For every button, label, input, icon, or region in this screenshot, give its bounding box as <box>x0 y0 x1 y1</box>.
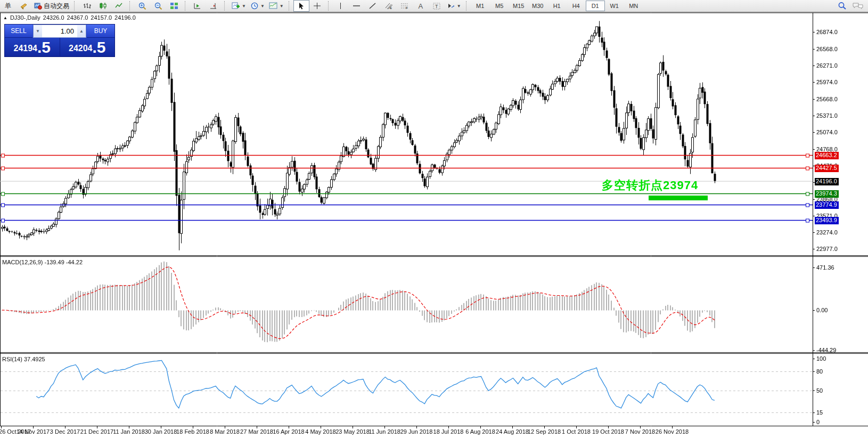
pivot-annotation-text[interactable]: 多空转折点23974 <box>602 177 698 193</box>
toolbar-separator <box>224 1 227 11</box>
text-label-icon: T <box>432 2 441 10</box>
new-order-label: 单 <box>5 2 11 11</box>
volume-decrease-button[interactable]: ▼ <box>34 25 42 37</box>
svg-text:T: T <box>435 4 438 9</box>
top-toolbar: 单 自动交易 ▼ ▼ ▼ E F A T ▼ M1M5M15M30H1H4D1W… <box>0 0 868 12</box>
chat-icon[interactable] <box>852 2 864 10</box>
trendline-icon <box>369 2 376 10</box>
timeframe-d1-button[interactable]: D1 <box>586 1 605 11</box>
timeframe-group: M1M5M15M30H1H4D1W1MN <box>471 1 643 11</box>
trendline-button[interactable] <box>365 0 381 12</box>
toolbar-right-group <box>838 0 864 12</box>
price-chart-canvas[interactable] <box>0 0 868 438</box>
buy-label: BUY <box>94 27 108 35</box>
timeframe-h4-button[interactable]: H4 <box>567 1 586 11</box>
timeframe-mn-button[interactable]: MN <box>624 1 643 11</box>
timeframe-w1-button[interactable]: W1 <box>605 1 624 11</box>
horizontal-line-button[interactable] <box>349 0 365 12</box>
pivot-highlight-bar[interactable] <box>649 196 708 200</box>
bar-chart-button[interactable] <box>79 0 95 12</box>
equidistant-channel-icon: E <box>384 2 393 10</box>
buy-price-button[interactable]: 24204 .5 <box>60 38 115 56</box>
zoom-in-icon <box>138 2 146 10</box>
sell-price-frac: .5 <box>37 39 51 55</box>
cursor-icon <box>298 2 305 10</box>
svg-text:E: E <box>390 6 392 10</box>
arrow-symbols-icon <box>447 2 455 10</box>
tile-windows-button[interactable] <box>166 0 182 12</box>
chart-autoscroll-button[interactable] <box>190 0 206 12</box>
toolbar-separator <box>466 1 469 11</box>
sell-label: SELL <box>11 27 26 35</box>
indicators-button[interactable]: ▼ <box>267 0 286 12</box>
equidistant-channel-button[interactable]: E <box>381 0 397 12</box>
horn-icon <box>20 2 28 10</box>
zoom-out-icon <box>154 2 162 10</box>
toolbar-separator <box>185 1 188 11</box>
arrows-button[interactable]: ▼ <box>445 0 463 12</box>
chart-shift-button[interactable] <box>206 0 222 12</box>
dropdown-arrow-icon: ▼ <box>457 4 461 9</box>
vertical-line-button[interactable] <box>333 0 349 12</box>
fibonacci-button[interactable]: F <box>397 0 413 12</box>
buy-price-main: 24204 <box>69 42 93 55</box>
new-chart-button[interactable]: ▼ <box>229 0 248 12</box>
volume-input[interactable]: 1.00 <box>42 27 77 35</box>
toolbar-separator <box>289 1 292 11</box>
chart-autoscroll-icon <box>193 2 202 10</box>
dropdown-arrow-icon: ▼ <box>260 4 265 9</box>
line-chart-button[interactable] <box>111 0 127 12</box>
zoom-out-button[interactable] <box>150 0 166 12</box>
indicators-icon <box>269 2 278 10</box>
sell-price-main: 24194 <box>13 42 37 55</box>
toolbar-separator <box>74 1 77 11</box>
timeframe-h1-button[interactable]: H1 <box>547 1 567 11</box>
collapse-trade-panel-icon[interactable]: ▲ <box>3 15 7 20</box>
text-label-button[interactable]: T <box>429 0 445 12</box>
timeframe-m5-button[interactable]: M5 <box>490 1 509 11</box>
one-click-trading-panel: SELL ▼ 1.00 ▲ BUY 24194 .5 24204 .5 <box>4 24 115 57</box>
buy-price-frac: .5 <box>92 39 105 55</box>
timeframe-m15-button[interactable]: M15 <box>509 1 528 11</box>
volume-increase-button[interactable]: ▲ <box>77 25 86 37</box>
vertical-line-icon <box>338 2 343 10</box>
text-tool-icon: A <box>418 2 423 10</box>
text-button[interactable]: A <box>413 0 429 12</box>
toolbar-separator <box>129 1 133 11</box>
horn-icon[interactable] <box>16 0 32 12</box>
sell-price-button[interactable]: 24194 .5 <box>5 38 60 56</box>
crosshair-button[interactable] <box>309 0 325 12</box>
sell-button[interactable]: SELL <box>5 25 32 38</box>
clock-icon <box>250 2 259 10</box>
autotrading-button[interactable]: 自动交易 <box>32 0 71 12</box>
timeframe-m30-button[interactable]: M30 <box>528 1 547 11</box>
dropdown-arrow-icon: ▼ <box>242 4 246 9</box>
new-order-button[interactable]: 单 <box>0 0 16 12</box>
chart-shift-icon <box>209 2 218 10</box>
cursor-button[interactable] <box>293 0 309 12</box>
search-icon[interactable] <box>838 2 847 10</box>
toolbar-separator <box>328 1 331 11</box>
crosshair-icon <box>313 2 321 10</box>
new-chart-icon <box>231 2 240 10</box>
periods-button[interactable]: ▼ <box>248 0 267 12</box>
timeframe-m1-button[interactable]: M1 <box>471 1 490 11</box>
candlestick-chart-icon <box>99 2 107 10</box>
dropdown-arrow-icon: ▼ <box>280 4 284 9</box>
autotrading-label: 自动交易 <box>44 2 69 11</box>
fibonacci-icon: F <box>400 2 409 10</box>
tile-windows-icon <box>170 2 178 10</box>
line-chart-icon <box>115 2 123 10</box>
volume-box: ▼ 1.00 ▲ <box>33 25 86 38</box>
zoom-in-button[interactable] <box>134 0 150 12</box>
buy-button[interactable]: BUY <box>87 25 114 38</box>
svg-text:F: F <box>406 6 408 10</box>
horizontal-line-icon <box>353 2 361 10</box>
candlestick-chart-button[interactable] <box>95 0 111 12</box>
mt4-window: { "toolbar": { "order_label": "单", "auto… <box>0 0 868 438</box>
autotrading-icon <box>34 2 43 10</box>
bar-chart-icon <box>83 2 91 10</box>
